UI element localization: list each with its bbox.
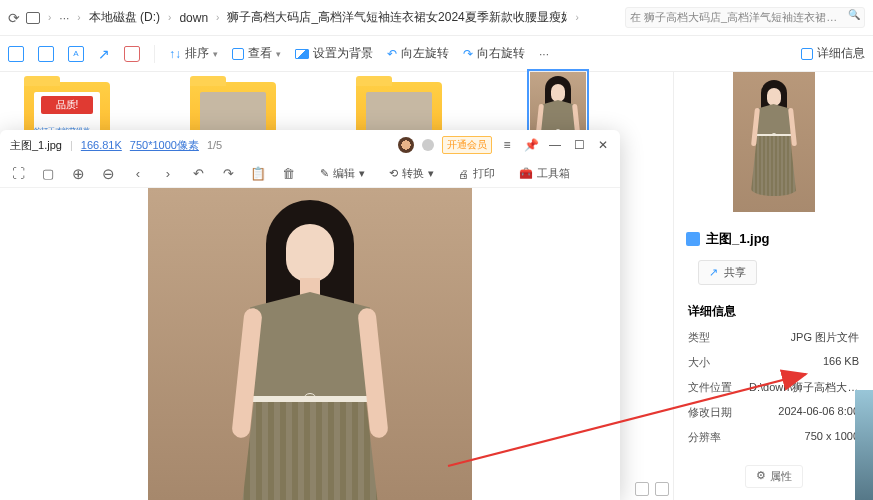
convert-menu[interactable]: ⟲转换▾ xyxy=(389,166,434,181)
viewer-titlebar: 主图_1.jpg | 166.81K 750*1000像素 1/5 开通会员 ≡… xyxy=(0,130,620,160)
rotate-cw-icon[interactable]: ↷ xyxy=(220,166,236,182)
details-preview xyxy=(733,72,815,212)
rotate-ccw-icon[interactable]: ↶ xyxy=(190,166,206,182)
next-icon[interactable]: › xyxy=(160,166,176,182)
chevron-icon: › xyxy=(216,12,219,23)
pin-icon[interactable]: 📌 xyxy=(524,138,538,152)
viewmode-buttons xyxy=(635,482,669,496)
close-icon[interactable]: ✕ xyxy=(596,138,610,152)
viewer-filename: 主图_1.jpg xyxy=(10,138,62,153)
delete-icon[interactable] xyxy=(124,46,140,62)
menu-icon[interactable]: ≡ xyxy=(500,138,514,152)
rotate-right-button[interactable]: ↷向右旋转 xyxy=(463,45,525,62)
detail-size: 大小166 KB xyxy=(688,355,859,370)
details-panel: 主图_1.jpg ↗共享 详细信息 类型JPG 图片文件 大小166 KB 文件… xyxy=(673,72,873,500)
rename-icon[interactable]: A xyxy=(68,46,84,62)
sort-button[interactable]: ↑↓排序▾ xyxy=(169,45,218,62)
minimize-icon[interactable]: — xyxy=(548,138,562,152)
desktop-edge xyxy=(855,390,873,500)
breadcrumb-drive[interactable]: 本地磁盘 (D:) xyxy=(89,9,160,26)
rotate-left-button[interactable]: ↶向左旋转 xyxy=(387,45,449,62)
chevron-icon: › xyxy=(575,12,578,23)
vip-badge[interactable]: 开通会员 xyxy=(442,136,492,154)
viewer-index: 1/5 xyxy=(207,139,222,151)
edit-menu[interactable]: ✎编辑▾ xyxy=(320,166,365,181)
copy-icon[interactable] xyxy=(8,46,24,62)
detail-type: 类型JPG 图片文件 xyxy=(688,330,859,345)
details-filename: 主图_1.jpg xyxy=(674,212,873,256)
displayed-image[interactable] xyxy=(148,188,472,500)
viewer-toolbar: ⛶ ▢ ⊕ ⊖ ‹ › ↶ ↷ 📋 🗑 ✎编辑▾ ⟲转换▾ 🖨打印 🧰工具箱 xyxy=(0,160,620,188)
viewer-canvas xyxy=(0,188,620,500)
more-icon[interactable]: ··· xyxy=(59,11,69,25)
paste-icon[interactable] xyxy=(38,46,54,62)
search-input[interactable]: 在 狮子高档大码店_高档洋气短袖连衣裙女2024夏季 xyxy=(625,7,865,28)
monitor-icon[interactable] xyxy=(26,12,40,24)
action-toolbar: A ↗ ↑↓排序▾ 查看▾ 设置为背景 ↶向左旋转 ↷向右旋转 ··· 详细信息 xyxy=(0,36,873,72)
share-out-icon[interactable]: ↗ xyxy=(98,46,110,62)
more-icon[interactable]: ··· xyxy=(539,47,549,61)
image-viewer-window: 主图_1.jpg | 166.81K 750*1000像素 1/5 开通会员 ≡… xyxy=(0,130,620,500)
quality-badge: 品质! xyxy=(41,96,93,114)
breadcrumb-folder[interactable]: down xyxy=(179,11,208,25)
zoom-in-icon[interactable]: ⊕ xyxy=(70,166,86,182)
wallpaper-button[interactable]: 设置为背景 xyxy=(295,45,373,62)
details-toggle[interactable]: 详细信息 xyxy=(801,45,865,62)
view-button[interactable]: 查看▾ xyxy=(232,45,281,62)
viewer-filesize[interactable]: 166.81K xyxy=(81,139,122,151)
properties-button[interactable]: ⚙属性 xyxy=(745,465,803,488)
details-header: 详细信息 xyxy=(688,303,859,320)
chevron-icon: › xyxy=(48,12,51,23)
avatar-icon[interactable] xyxy=(398,137,414,153)
breadcrumb-folder[interactable]: 狮子高档大码店_高档洋气短袖连衣裙女2024夏季新款收腰显瘦妈妈装中长款时尚裙子 xyxy=(227,9,567,26)
detail-date: 修改日期2024-06-06 8:00 xyxy=(688,405,859,420)
file-icon xyxy=(686,232,700,246)
zoom-out-icon[interactable]: ⊖ xyxy=(100,166,116,182)
clipboard-icon[interactable]: 📋 xyxy=(250,166,266,182)
trash-icon[interactable]: 🗑 xyxy=(280,166,296,182)
notification-icon[interactable] xyxy=(422,139,434,151)
refresh-icon[interactable]: ⟳ xyxy=(8,10,20,26)
toolbox-button[interactable]: 🧰工具箱 xyxy=(519,166,570,181)
detail-location: 文件位置D:\down\狮子高档大码店_高… xyxy=(688,380,859,395)
breadcrumb-bar: ⟳ › ··· › 本地磁盘 (D:) › down › 狮子高档大码店_高档洋… xyxy=(0,0,873,36)
expand-icon[interactable]: ⛶ xyxy=(10,166,26,182)
grid-view-icon[interactable] xyxy=(635,482,649,496)
share-button[interactable]: ↗共享 xyxy=(698,260,757,285)
chevron-icon: › xyxy=(77,12,80,23)
viewer-dimensions[interactable]: 750*1000像素 xyxy=(130,138,199,153)
maximize-icon[interactable]: ☐ xyxy=(572,138,586,152)
detail-resolution: 分辨率750 x 1000 xyxy=(688,430,859,445)
fit-icon[interactable]: ▢ xyxy=(40,166,56,182)
chevron-icon: › xyxy=(168,12,171,23)
print-button[interactable]: 🖨打印 xyxy=(458,166,495,181)
prev-icon[interactable]: ‹ xyxy=(130,166,146,182)
list-view-icon[interactable] xyxy=(655,482,669,496)
